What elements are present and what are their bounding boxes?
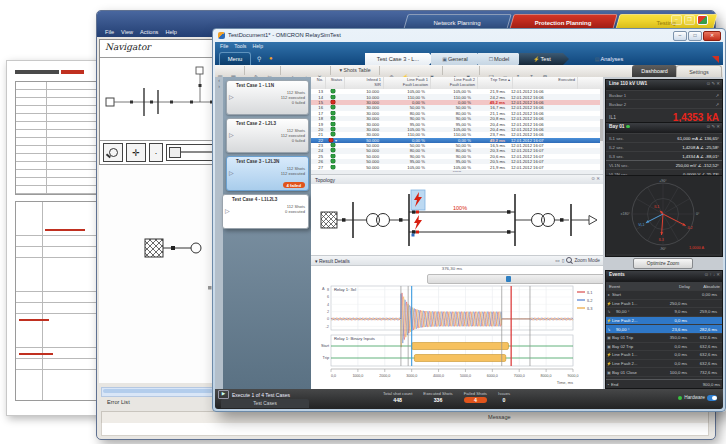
- table-row[interactable]: 1930.00095,00 %95,00 %20,4 ms12.01.2012 …: [311, 121, 603, 126]
- event-row[interactable]: ▣Bay 02 Trip0,0 ms632,6 ms: [606, 342, 722, 351]
- pin-icon[interactable]: ⊙: [591, 176, 595, 181]
- settings-icon[interactable]: ✎: [711, 81, 715, 86]
- menu-button[interactable]: Menu: [219, 52, 251, 66]
- pan-tool-button[interactable]: ✛: [126, 143, 146, 162]
- column-header[interactable]: No.: [311, 77, 326, 89]
- scrollbar-thumb[interactable]: [103, 389, 213, 393]
- event-row[interactable]: ↳90,00 °9,0 ms259,0 ms: [606, 307, 722, 316]
- slider-handle[interactable]: [169, 147, 181, 158]
- column-event[interactable]: Event: [606, 284, 663, 289]
- pin-icon[interactable]: ⊙: [706, 124, 710, 129]
- center-tool-button[interactable]: ·: [149, 143, 163, 162]
- timeline-marker[interactable]: [506, 276, 511, 282]
- execute-test-cases-button[interactable]: ▶ Execute 1 of 4 Test Cases: [218, 390, 290, 399]
- maximize-icon[interactable]: □: [688, 31, 702, 41]
- tab-test-case-3[interactable]: Test Case 3 - L...: [365, 53, 435, 65]
- close-icon[interactable]: ✕: [596, 176, 600, 181]
- zoom-mode-label[interactable]: Zoom Mode: [574, 258, 600, 263]
- table-row[interactable]: 1530.0000,00 %0,00 %49,2 ms12.01.2012 16…: [311, 100, 603, 105]
- test-cases-panel-tab[interactable]: Test Cases: [221, 399, 309, 408]
- busbar-row[interactable]: Busbar 1↗: [606, 90, 722, 99]
- message-column-header[interactable]: Message: [488, 414, 511, 420]
- test-case-card[interactable]: ▷Test Case 3 - L2L3N112 Shots112 execute…: [226, 156, 309, 191]
- tab-model[interactable]: ☐Model: [478, 53, 524, 65]
- play-icon[interactable]: ▷: [229, 169, 234, 176]
- table-row[interactable]: 2350.00050,00 %50,00 %16,5 ms12.01.2012 …: [311, 143, 603, 148]
- event-row[interactable]: ▣Bay 01 Close100,0 ms732,6 ms: [606, 367, 722, 376]
- table-row[interactable]: 2450.00080,00 %80,00 %20,3 ms12.01.2012 …: [311, 148, 603, 153]
- row-expander-icon[interactable]: ▾: [335, 138, 337, 143]
- tab-general[interactable]: ▣General: [431, 53, 483, 65]
- minimize-icon[interactable]: –: [671, 15, 682, 25]
- zoom-mode-icon[interactable]: [566, 257, 572, 263]
- play-icon[interactable]: ▷: [229, 131, 234, 138]
- table-row[interactable]: 2650.00095,00 %95,00 %20,5 ms12.01.2012 …: [311, 159, 603, 164]
- busbar-link-icon[interactable]: ↗: [715, 93, 719, 98]
- event-row[interactable]: ↳90,00 °23,6 ms282,6 ms: [606, 324, 722, 333]
- column-header[interactable]: Executed: [513, 77, 578, 89]
- play-icon[interactable]: ▷: [225, 207, 230, 214]
- move-up-icon[interactable]: ↑: [709, 272, 711, 277]
- menu-file[interactable]: File: [105, 29, 114, 35]
- dashboard-view-button[interactable]: Dashboard: [632, 65, 677, 77]
- event-row[interactable]: ⚡Line Fault 1...0,0 ms632,6 ms: [606, 350, 722, 359]
- fit-vertical-icon[interactable]: ▯: [562, 258, 565, 263]
- column-delay[interactable]: Delay: [663, 284, 690, 289]
- close-icon[interactable]: ✕: [716, 124, 720, 129]
- event-row[interactable]: ⚡Line Fault 2...0,0 ms632,6 ms: [606, 359, 722, 368]
- table-row[interactable]: 1310.000105,00 %105,00 %21,9 ms12.01.201…: [311, 89, 603, 94]
- table-row[interactable]: 22▾50.0000,00 %0,00 %49,2 ms12.01.2012 1…: [311, 138, 603, 143]
- menu-actions[interactable]: Actions: [140, 29, 158, 35]
- busbar-row[interactable]: Busbar 2↗: [606, 99, 722, 108]
- table-row[interactable]: 2550.00090,00 %90,00 %20,6 ms12.01.2012 …: [311, 154, 603, 159]
- column-header[interactable]: Status: [326, 77, 345, 89]
- restore-icon[interactable]: ❐: [684, 15, 695, 25]
- menu-view[interactable]: View: [121, 29, 133, 35]
- optimize-zoom-button[interactable]: Optimize Zoom: [633, 258, 693, 269]
- test-case-card[interactable]: ▷Test Case 4 - L1L2L3112 Shots0 executed: [222, 194, 309, 229]
- menu-tools[interactable]: Tools: [234, 43, 246, 49]
- table-row[interactable]: 2030.000105,00 %105,00 %20,4 ms12.01.201…: [311, 127, 603, 132]
- table-row[interactable]: 1830.00090,00 %90,00 %20,8 ms12.01.2012 …: [311, 116, 603, 121]
- test-case-card[interactable]: ▷Test Case 1 - L1N112 Shots112 executed0…: [226, 80, 309, 115]
- delete-icon[interactable]: ✕: [716, 272, 720, 277]
- table-row[interactable]: 2130.000110,00 %110,00 %23,7 ms12.01.201…: [311, 132, 603, 137]
- column-absolute[interactable]: Absolute: [690, 284, 722, 289]
- table-row[interactable]: 1410.000110,00 %110,00 %24,2 ms12.01.201…: [311, 94, 603, 99]
- hardware-toggle[interactable]: [707, 395, 717, 401]
- column-header[interactable]: Line Fault 1Fault Location: [384, 77, 431, 89]
- panel-collapse-strip[interactable]: ‹›: [215, 77, 223, 389]
- table-row[interactable]: 1730.00080,00 %80,00 %21,1 ms12.01.2012 …: [311, 111, 603, 116]
- move-down-icon[interactable]: ↓: [713, 272, 715, 277]
- event-end-row[interactable]: ▪ End 900,0 ms: [606, 379, 722, 388]
- alert-corner-icon[interactable]: [712, 56, 719, 63]
- waveform-charts[interactable]: 86420-2Relay 1: 3xIARelay 1: Binary Inpu…: [311, 284, 603, 389]
- close-icon[interactable]: ✕: [716, 81, 720, 86]
- settings-icon[interactable]: ✎: [711, 124, 715, 129]
- notification-dot-icon[interactable]: ●: [269, 55, 273, 61]
- column-header[interactable]: Line Fault 2Fault Location: [431, 77, 478, 89]
- table-row[interactable]: 1630.00050,00 %50,00 %16,7 ms12.01.2012 …: [311, 105, 603, 110]
- topology-canvas[interactable]: 100%: [311, 184, 603, 255]
- shots-table-dropdown[interactable]: ▾ Shots Table: [340, 65, 371, 76]
- pin-icon[interactable]: ⊙: [706, 81, 710, 86]
- menu-help[interactable]: Help: [252, 43, 263, 49]
- zoom-tool-button[interactable]: [103, 143, 123, 162]
- menu-help[interactable]: Help: [165, 29, 177, 35]
- pin-icon[interactable]: ⊙: [705, 272, 709, 277]
- play-icon[interactable]: ▷: [229, 93, 234, 100]
- event-row[interactable]: ⚡Line Fault 2...0,0 ms: [606, 316, 722, 325]
- menu-file[interactable]: File: [220, 43, 228, 49]
- event-row[interactable]: ▣Bay 01 Trip350,0 ms632,6 ms: [606, 333, 722, 342]
- column-header[interactable]: Infeed 1SIR: [345, 77, 384, 89]
- column-header[interactable]: Trip Time ▴: [478, 77, 513, 89]
- event-row[interactable]: ▸Start0,00 ms: [606, 290, 722, 299]
- busbar-link-icon[interactable]: ↗: [715, 102, 719, 107]
- minimize-icon[interactable]: –: [673, 31, 687, 41]
- close-icon[interactable]: ✕: [703, 31, 721, 41]
- filter-icon[interactable]: ⚲: [257, 55, 261, 62]
- event-row[interactable]: ⚡Line Fault 1...250,0 ms: [606, 299, 722, 308]
- fit-horizontal-icon[interactable]: ▭: [555, 258, 560, 263]
- test-case-card[interactable]: ▷Test Case 2 - L2L3112 Shots112 executed…: [226, 118, 309, 153]
- tab-test-active[interactable]: ⚡Test: [519, 53, 569, 65]
